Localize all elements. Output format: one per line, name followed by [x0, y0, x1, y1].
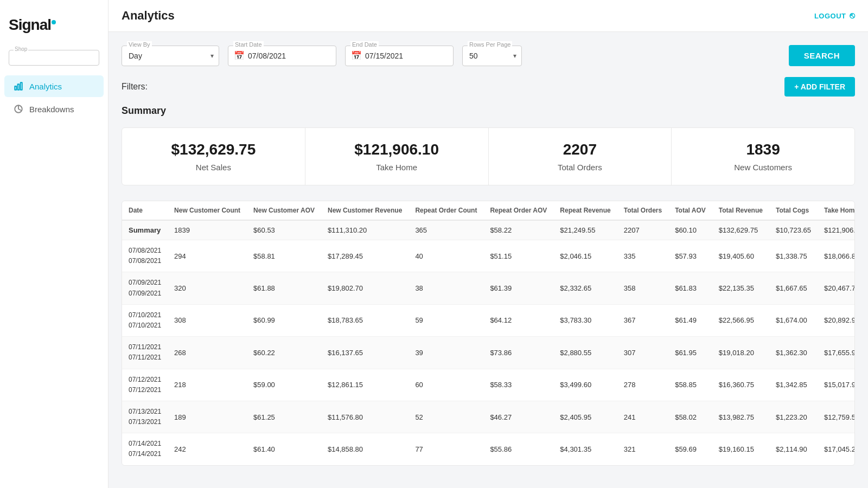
new-customers-value: 1839 — [680, 141, 846, 158]
table-row: 07/12/202107/12/2021218$59.00$12,861.156… — [122, 369, 855, 401]
cell-repeat-revenue: $3,783.30 — [553, 304, 617, 336]
cell-new-customer-count: 294 — [168, 240, 247, 272]
table-row: Summary1839$60.53$111,310.20365$58.22$21… — [122, 220, 855, 240]
end-date-calendar-icon[interactable]: 📅 — [351, 50, 362, 61]
logo-area: Signal — [0, 11, 108, 44]
cell-total-aov: $58.85 — [668, 369, 712, 401]
rows-per-page-field: Rows Per Page 10 25 50 100 — [462, 46, 522, 66]
svg-rect-0 — [15, 86, 16, 90]
cell-total-aov: $58.02 — [668, 401, 712, 433]
svg-rect-2 — [21, 82, 22, 90]
summary-card-total-orders: 2207 Total Orders — [489, 128, 672, 185]
cell-repeat-revenue: $21,249.55 — [553, 220, 617, 240]
cell-repeat-revenue: $2,880.55 — [553, 337, 617, 369]
col-total-revenue: Total Revenue — [712, 201, 769, 220]
sidebar-item-analytics[interactable]: Analytics — [4, 75, 104, 97]
cell-take-home-net-revenue: $15,017.90 — [818, 369, 855, 401]
sidebar-item-breakdowns[interactable]: Breakdowns — [4, 98, 104, 120]
cell-total-revenue: $19,160.15 — [712, 433, 769, 465]
cell-total-aov: $57.93 — [668, 240, 712, 272]
table-row: 07/08/202107/08/2021294$58.81$17,289.454… — [122, 240, 855, 272]
cell-new-customer-aov: $59.00 — [247, 369, 321, 401]
cell-repeat-order-aov: $55.86 — [483, 433, 553, 465]
cell-take-home-net-revenue: $17,045.25 — [818, 433, 855, 465]
cell-repeat-revenue: $2,332.65 — [553, 272, 617, 304]
rows-select-wrapper: 10 25 50 100 — [462, 46, 522, 66]
cell-date: 07/09/202107/09/2021 — [122, 272, 168, 304]
cell-total-orders: 241 — [617, 401, 668, 433]
cell-total-aov: $59.69 — [668, 433, 712, 465]
logo-text: Signal — [9, 16, 51, 33]
col-new-customer-count: New Customer Count — [168, 201, 247, 220]
cell-new-customer-revenue: $17,289.45 — [321, 240, 409, 272]
sidebar-item-analytics-label: Analytics — [29, 82, 62, 91]
start-date-calendar-icon[interactable]: 📅 — [234, 50, 245, 61]
cell-total-cogs: $1,223.20 — [769, 401, 818, 433]
search-button[interactable]: SEARCH — [789, 45, 855, 66]
table-row: 07/14/202107/14/2021242$61.40$14,858.807… — [122, 433, 855, 465]
col-total-aov: Total AOV — [668, 201, 712, 220]
data-table: Date New Customer Count New Customer AOV… — [122, 201, 855, 465]
cell-total-cogs: $1,362.30 — [769, 337, 818, 369]
cell-total-revenue: $13,982.75 — [712, 401, 769, 433]
cell-repeat-order-count: 39 — [409, 337, 483, 369]
logout-button[interactable]: LOGOUT ⎋ — [814, 11, 855, 21]
start-date-wrapper: 📅 — [228, 46, 336, 66]
cell-total-cogs: $2,114.90 — [769, 433, 818, 465]
cell-repeat-order-aov: $51.15 — [483, 240, 553, 272]
cell-date: Summary — [122, 220, 168, 240]
cell-total-cogs: $1,342.85 — [769, 369, 818, 401]
view-by-select[interactable]: Day Week Month — [122, 46, 219, 66]
cell-take-home-net-revenue: $121,906.10 — [818, 220, 855, 240]
cell-new-customer-aov: $60.22 — [247, 337, 321, 369]
view-by-field: View By Day Week Month — [122, 46, 219, 66]
cell-repeat-revenue: $4,301.35 — [553, 433, 617, 465]
cell-total-orders: 367 — [617, 304, 668, 336]
cell-date: 07/14/202107/14/2021 — [122, 433, 168, 465]
end-date-field: End Date 📅 — [345, 46, 454, 66]
rows-per-page-label: Rows Per Page — [468, 41, 512, 48]
cell-total-orders: 307 — [617, 337, 668, 369]
rows-per-page-select[interactable]: 10 25 50 100 — [462, 46, 522, 66]
cell-total-cogs: $1,667.65 — [769, 272, 818, 304]
net-sales-name: Net Sales — [131, 163, 296, 172]
cell-total-aov: $61.49 — [668, 304, 712, 336]
add-filter-button[interactable]: + ADD FILTER — [784, 77, 855, 97]
cell-repeat-order-count: 38 — [409, 272, 483, 304]
view-by-label: View By — [127, 41, 152, 48]
total-orders-value: 2207 — [497, 141, 663, 158]
logout-label: LOGOUT — [814, 12, 846, 20]
cell-total-revenue: $22,566.95 — [712, 304, 769, 336]
cell-repeat-revenue: $2,046.15 — [553, 240, 617, 272]
cell-date: 07/13/202107/13/2021 — [122, 401, 168, 433]
summary-title: Summary — [122, 105, 855, 117]
cell-total-orders: 321 — [617, 433, 668, 465]
take-home-value: $121,906.10 — [314, 141, 480, 158]
sidebar-item-breakdowns-label: Breakdowns — [29, 105, 74, 114]
end-date-label: End Date — [350, 41, 379, 48]
view-by-select-wrapper: Day Week Month — [122, 46, 219, 66]
cell-total-revenue: $22,135.35 — [712, 272, 769, 304]
shop-input[interactable] — [14, 54, 94, 62]
cell-total-orders: 335 — [617, 240, 668, 272]
cell-repeat-order-count: 60 — [409, 369, 483, 401]
start-date-label: Start Date — [233, 41, 264, 48]
shop-field[interactable]: Shop — [9, 50, 99, 66]
cell-total-revenue: $19,405.60 — [712, 240, 769, 272]
end-date-wrapper: 📅 — [345, 46, 454, 66]
end-date-input[interactable] — [362, 46, 463, 66]
cell-take-home-net-revenue: $12,759.55 — [818, 401, 855, 433]
start-date-input[interactable] — [245, 46, 346, 66]
col-total-orders: Total Orders — [617, 201, 668, 220]
cell-repeat-revenue: $3,499.60 — [553, 369, 617, 401]
cell-repeat-order-aov: $73.86 — [483, 337, 553, 369]
summary-card-take-home: $121,906.10 Take Home — [305, 128, 489, 185]
cell-total-cogs: $10,723.65 — [769, 220, 818, 240]
cell-new-customer-count: 189 — [168, 401, 247, 433]
start-date-field: Start Date 📅 — [228, 46, 336, 66]
topbar: Analytics LOGOUT ⎋ — [108, 0, 868, 32]
table-row: 07/09/202107/09/2021320$61.88$19,802.703… — [122, 272, 855, 304]
filters-row: View By Day Week Month Start Date 📅 — [122, 45, 855, 66]
cell-new-customer-revenue: $14,858.80 — [321, 433, 409, 465]
summary-card-net-sales: $132,629.75 Net Sales — [122, 128, 305, 185]
